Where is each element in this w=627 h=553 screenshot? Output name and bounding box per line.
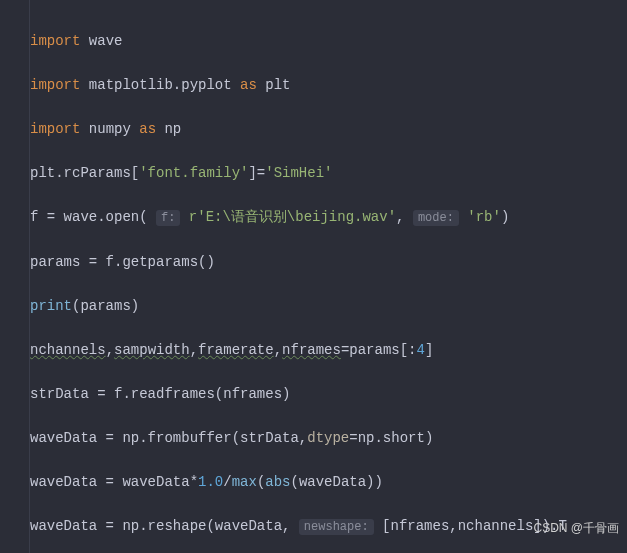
string-literal: 'SimHei' — [265, 165, 332, 181]
code-line[interactable]: plt.rcParams['font.family']='SimHei' — [30, 162, 627, 184]
variable: framerate — [198, 342, 274, 358]
keyword-import: import — [30, 77, 80, 93]
code-line[interactable]: import numpy as np — [30, 118, 627, 140]
code-line[interactable]: import wave — [30, 30, 627, 52]
line-gutter — [0, 0, 30, 553]
inlay-hint: mode: — [413, 210, 459, 226]
keyword-import: import — [30, 33, 80, 49]
keyword-import: import — [30, 121, 80, 137]
variable: nframes — [282, 342, 341, 358]
builtin-abs: abs — [265, 474, 290, 490]
alias: plt — [265, 77, 290, 93]
code-line[interactable]: print(params) — [30, 295, 627, 317]
code-text: =np.short) — [349, 430, 433, 446]
code-line[interactable]: waveData = waveData*1.0/max(abs(waveData… — [30, 471, 627, 493]
keyword-as: as — [240, 77, 257, 93]
code-text: =params[: — [341, 342, 417, 358]
code-text: plt.rcParams[ — [30, 165, 139, 181]
variable: sampwidth — [114, 342, 190, 358]
watermark: CSDN @千骨画 — [533, 517, 619, 539]
code-line[interactable]: waveData = np.frombuffer(strData,dtype=n… — [30, 427, 627, 449]
code-text: strData = f.readframes(nframes) — [30, 386, 290, 402]
code-line[interactable]: f = wave.open( f: r'E:\语音识别\beijing.wav'… — [30, 206, 627, 229]
code-text: ]= — [248, 165, 265, 181]
code-line[interactable]: nchannels,sampwidth,framerate,nframes=pa… — [30, 339, 627, 361]
kwarg: dtype — [307, 430, 349, 446]
code-text: ) — [501, 209, 509, 225]
code-text: waveData = np.frombuffer(strData, — [30, 430, 307, 446]
inlay-hint: f: — [156, 210, 180, 226]
module-name: wave — [89, 33, 123, 49]
alias: np — [164, 121, 181, 137]
variable: nchannels — [30, 342, 106, 358]
code-line[interactable]: import matplotlib.pyplot as plt — [30, 74, 627, 96]
code-line[interactable]: params = f.getparams() — [30, 251, 627, 273]
number: 1.0 — [198, 474, 223, 490]
code-text: (params) — [72, 298, 139, 314]
string-prefix: r — [189, 209, 197, 225]
code-text: waveData = np.reshape(waveData, — [30, 518, 290, 534]
keyword-as: as — [139, 121, 156, 137]
string-literal: 'font.family' — [139, 165, 248, 181]
string-literal: 'E:\语音识别\beijing.wav' — [197, 209, 396, 225]
code-line[interactable]: strData = f.readframes(nframes) — [30, 383, 627, 405]
number: 4 — [417, 342, 425, 358]
code-text: waveData = waveData* — [30, 474, 198, 490]
module-name: matplotlib.pyplot — [89, 77, 232, 93]
inlay-hint: newshape: — [299, 519, 374, 535]
code-text: params = f.getparams() — [30, 254, 215, 270]
code-text: , — [396, 209, 404, 225]
code-editor[interactable]: import wave import matplotlib.pyplot as … — [0, 0, 627, 553]
string-literal: 'rb' — [467, 209, 501, 225]
code-text: f = wave.open( — [30, 209, 148, 225]
builtin-print: print — [30, 298, 72, 314]
module-name: numpy — [89, 121, 131, 137]
builtin-max: max — [232, 474, 257, 490]
